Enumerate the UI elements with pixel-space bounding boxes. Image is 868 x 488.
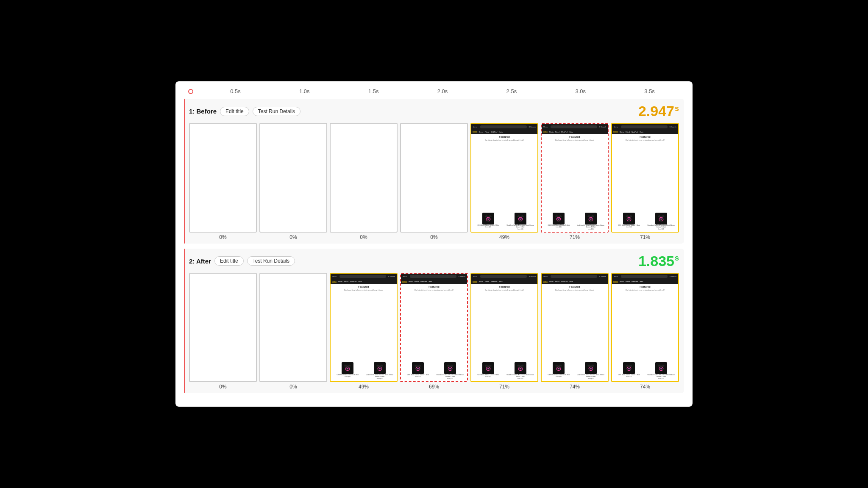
mini-sub-text: Our latest drop is here — stock up and k… bbox=[614, 289, 676, 291]
frame-col: Menu S Search HomeShirtsFittedWebPerfHat… bbox=[330, 273, 398, 390]
mini-search-bar bbox=[410, 275, 456, 278]
frame-pct: 74% bbox=[640, 384, 650, 390]
frame-pct: 71% bbox=[570, 234, 580, 240]
mini-nav-item: Home bbox=[332, 280, 337, 283]
mini-nav-item: WebPerf bbox=[491, 280, 498, 283]
mini-nav-item: Hats bbox=[569, 131, 573, 133]
mini-browser: Menu S Search HomeShirtsFittedWebPerfHat… bbox=[401, 274, 467, 381]
after-section: 2: After Edit title Test Run Details 1.8… bbox=[184, 249, 684, 393]
frame-pct: 71% bbox=[499, 384, 509, 390]
frame-col: 0% bbox=[400, 123, 468, 240]
mini-products: CSS Short-Sleeve Unisex T-Shirt from $35… bbox=[614, 213, 676, 230]
mini-product-2-name: Undefined Is Not A Function Short-Sleeve… bbox=[364, 374, 395, 377]
frame-col: Menu S Search HomeShirtsFittedWebPerfHat… bbox=[611, 273, 679, 390]
mini-nav: Menu S Search bbox=[612, 274, 678, 280]
mini-menu-bar: HomeShirtsFittedWebPerfHats bbox=[612, 130, 678, 134]
frame-pct: 74% bbox=[570, 384, 580, 390]
mini-product-1: CSS Short-Sleeve Unisex T-Shirt from $35 bbox=[614, 362, 645, 379]
mini-product-2-name: Undefined Is Not A Function Short-Sleeve… bbox=[505, 225, 536, 228]
mini-product-2-price: from $35 bbox=[377, 378, 383, 380]
mini-hero-text: Featured bbox=[543, 136, 606, 138]
timeline-tick: 2.0s bbox=[408, 88, 477, 94]
svg-point-32 bbox=[488, 368, 489, 369]
mini-product-2: Undefined Is Not A Function Short-Sleeve… bbox=[646, 362, 677, 379]
mini-product-1: CSS Short-Sleeve Unisex T-Shirt from $35 bbox=[543, 213, 574, 230]
mini-browser: Menu S Search HomeShirtsFittedWebPerfHat… bbox=[612, 274, 678, 381]
after-title: 2: After bbox=[189, 258, 211, 265]
mini-product-2: Undefined Is Not A Function Short-Sleeve… bbox=[576, 362, 606, 379]
mini-hero-text: Featured bbox=[614, 136, 676, 138]
mini-menu-bar: HomeShirtsFittedWebPerfHats bbox=[331, 280, 397, 284]
mini-hero-text: Featured bbox=[473, 286, 536, 288]
mini-products: CSS Short-Sleeve Unisex T-Shirt from $35… bbox=[403, 362, 465, 379]
mini-nav-item: WebPerf bbox=[632, 131, 638, 133]
mini-product-2: Undefined Is Not A Function Short-Sleeve… bbox=[646, 213, 677, 230]
mini-product-1-price: from $35 bbox=[415, 376, 421, 377]
mini-nav-item: Shirts bbox=[338, 280, 342, 283]
frame-col: Menu S Search HomeShirtsFittedWebPerfHat… bbox=[400, 273, 468, 390]
after-test-run-button[interactable]: Test Run Details bbox=[247, 256, 295, 266]
frame-pct: 71% bbox=[640, 234, 650, 240]
section-red-line-after bbox=[184, 249, 185, 393]
mini-nav-item: Shirts bbox=[479, 280, 483, 283]
svg-point-47 bbox=[660, 368, 662, 369]
mini-product-2-price: from $35 bbox=[658, 378, 664, 380]
frame-pct: 69% bbox=[429, 384, 439, 390]
empty-frame bbox=[189, 273, 257, 382]
mini-product-2-price: from $35 bbox=[517, 228, 523, 230]
frame-col: 0% bbox=[259, 123, 327, 240]
timeline-tick: 3.5s bbox=[615, 88, 684, 94]
mini-product-1-price: from $35 bbox=[626, 376, 632, 377]
mini-nav: Menu S Search bbox=[401, 274, 467, 280]
mini-nav-item: Fitted bbox=[555, 131, 559, 133]
mini-browser: Menu S Search HomeShirtsFittedWebPerfHat… bbox=[471, 274, 537, 381]
mini-nav-item: WebPerf bbox=[350, 280, 357, 283]
svg-point-26 bbox=[417, 368, 419, 369]
mini-nav-item: Shirts bbox=[549, 280, 554, 283]
mini-nav-item: Fitted bbox=[626, 280, 630, 283]
mini-product-1-price: from $35 bbox=[626, 226, 632, 228]
mini-search-bar bbox=[480, 275, 527, 278]
mini-nav-item: WebPerf bbox=[632, 280, 638, 283]
mini-product-2-price: from $35 bbox=[447, 378, 453, 380]
mini-search-bar bbox=[339, 275, 386, 278]
mini-nav-item: Hats bbox=[499, 280, 502, 283]
mini-product-2-name: Undefined Is Not A Function Short-Sleeve… bbox=[505, 374, 536, 377]
before-test-run-button[interactable]: Test Run Details bbox=[253, 107, 300, 116]
mini-product-2: Undefined Is Not A Function Short-Sleeve… bbox=[435, 362, 466, 379]
mini-product-2-price: from $35 bbox=[517, 378, 523, 380]
svg-point-23 bbox=[379, 368, 380, 369]
svg-point-44 bbox=[629, 368, 630, 369]
mini-product-2-name: Undefined Is Not A Function Short-Sleeve… bbox=[576, 374, 606, 377]
mini-products: CSS Short-Sleeve Unisex T-Shirt from $35… bbox=[543, 213, 606, 230]
mini-nav-item: Home bbox=[613, 280, 618, 283]
mini-products: CSS Short-Sleeve Unisex T-Shirt from $35… bbox=[332, 362, 395, 379]
mini-product-2-name: Undefined Is Not A Function Short-Sleeve… bbox=[435, 374, 466, 377]
mini-sub-text: Our latest drop is here — stock up and k… bbox=[543, 139, 606, 141]
frame-col: 0% bbox=[330, 123, 398, 240]
mini-products: CSS Short-Sleeve Unisex T-Shirt from $35… bbox=[473, 362, 536, 379]
mini-hero-text: Featured bbox=[403, 286, 465, 288]
mini-menu-bar: HomeShirtsFittedWebPerfHats bbox=[401, 280, 467, 284]
mini-sub-text: Our latest drop is here — stock up and k… bbox=[473, 139, 536, 141]
after-score: 1.835s bbox=[638, 253, 679, 269]
mini-nav-item: Fitted bbox=[344, 280, 348, 283]
timeline-ticks: 0.5s1.0s1.5s2.0s2.5s3.0s3.5s bbox=[201, 88, 684, 94]
mini-nav-item: Fitted bbox=[555, 280, 559, 283]
mini-content: Featured Our latest drop is here — stock… bbox=[612, 284, 678, 381]
timeline-marker bbox=[188, 89, 193, 94]
mini-hero-text: Featured bbox=[473, 136, 536, 138]
mini-nav-item: Hats bbox=[640, 280, 643, 283]
mini-product-1: CSS Short-Sleeve Unisex T-Shirt from $35 bbox=[543, 362, 574, 379]
mini-sub-text: Our latest drop is here — stock up and k… bbox=[473, 289, 536, 291]
mini-product-1: CSS Short-Sleeve Unisex T-Shirt from $35 bbox=[332, 362, 363, 379]
after-filmstrip: 0% 0% Menu S Search HomeShirtsFittedWebP… bbox=[189, 273, 679, 390]
mini-product-1: CSS Short-Sleeve Unisex T-Shirt from $35 bbox=[403, 362, 434, 379]
mini-nav-item: Shirts bbox=[479, 131, 483, 133]
svg-point-11 bbox=[590, 219, 591, 220]
frame-col: Menu S Search HomeShirtsFittedWebPerfHat… bbox=[541, 123, 609, 240]
before-edit-title-button[interactable]: Edit title bbox=[220, 107, 249, 116]
after-edit-title-button[interactable]: Edit title bbox=[214, 256, 244, 266]
mini-products: CSS Short-Sleeve Unisex T-Shirt from $35… bbox=[614, 362, 676, 379]
timeline-header: 0.5s1.0s1.5s2.0s2.5s3.0s3.5s bbox=[184, 88, 684, 94]
